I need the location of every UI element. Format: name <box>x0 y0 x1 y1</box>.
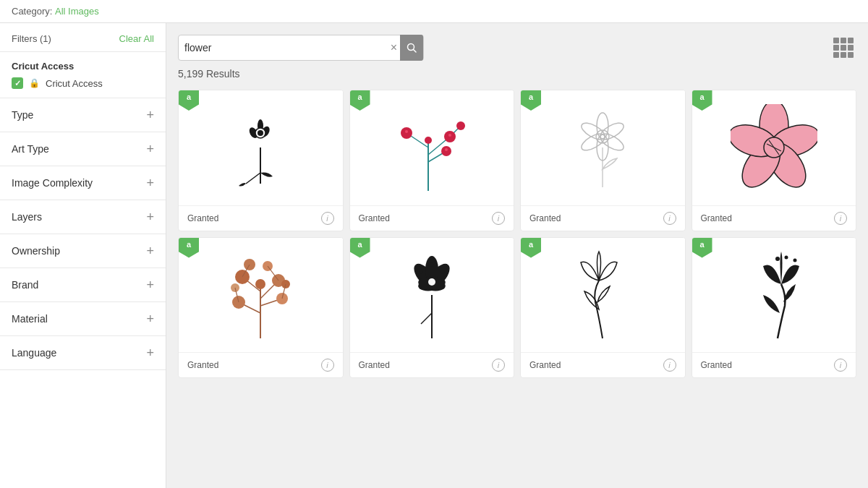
top-bar: Category: All Images <box>0 0 868 23</box>
flower-svg-8 <box>734 244 814 346</box>
svg-point-67 <box>428 278 435 286</box>
svg-line-3 <box>246 173 260 184</box>
info-button[interactable]: i <box>663 359 676 372</box>
image-card[interactable]: a <box>692 90 857 231</box>
svg-point-71 <box>775 257 780 261</box>
filter-material-label: Material <box>12 313 48 325</box>
filters-label: Filters (1) <box>12 33 51 44</box>
svg-line-60 <box>421 313 432 324</box>
license-label: Granted <box>701 213 732 223</box>
info-button[interactable]: i <box>321 359 334 372</box>
filter-image-complexity-label: Image Complexity <box>12 177 93 189</box>
search-input[interactable] <box>184 42 388 53</box>
image-card[interactable]: a <box>349 237 515 379</box>
svg-line-1 <box>414 50 417 53</box>
category-link[interactable]: All Images <box>55 6 99 17</box>
svg-point-73 <box>793 258 796 262</box>
sidebar: Filters (1) Clear All Cricut Access 🔒 Cr… <box>0 23 166 488</box>
filter-language-plus: + <box>146 346 154 359</box>
cricut-access-checkbox[interactable] <box>12 77 23 89</box>
filter-image-complexity[interactable]: Image Complexity + <box>0 166 166 200</box>
filter-type[interactable]: Type + <box>0 98 166 132</box>
filter-brand-label: Brand <box>12 279 38 291</box>
info-button[interactable]: i <box>834 359 847 372</box>
cricut-access-label: Cricut Access <box>46 78 103 89</box>
cricut-access-section: Cricut Access 🔒 Cricut Access <box>0 52 166 98</box>
filter-brand[interactable]: Brand + <box>0 268 166 302</box>
image-card[interactable]: a <box>520 90 686 231</box>
license-label: Granted <box>187 213 218 223</box>
filter-ownership[interactable]: Ownership + <box>0 234 166 268</box>
svg-point-11 <box>258 130 263 136</box>
svg-point-24 <box>445 148 448 151</box>
flower-svg-6 <box>396 244 468 346</box>
svg-point-72 <box>784 255 788 259</box>
svg-point-21 <box>425 137 432 144</box>
svg-point-50 <box>255 279 265 289</box>
filter-ownership-plus: + <box>146 244 154 257</box>
filter-ownership-label: Ownership <box>12 245 60 257</box>
filter-art-type-plus: + <box>146 142 154 155</box>
clear-all-button[interactable]: Clear All <box>119 33 154 44</box>
svg-point-68 <box>419 270 423 274</box>
cricut-access-title: Cricut Access <box>12 61 154 72</box>
image-card[interactable]: a <box>178 90 344 231</box>
filter-language-label: Language <box>12 347 56 359</box>
cricut-access-option[interactable]: 🔒 Cricut Access <box>12 77 154 89</box>
grid-view-button[interactable] <box>830 35 856 61</box>
filter-language[interactable]: Language + <box>0 336 166 370</box>
filter-type-plus: + <box>146 108 154 121</box>
image-card[interactable]: a <box>692 237 857 379</box>
filter-image-complexity-plus: + <box>146 176 154 189</box>
license-label: Granted <box>359 213 390 223</box>
license-label: Granted <box>187 360 218 370</box>
filter-material[interactable]: Material + <box>0 302 166 336</box>
filter-art-type[interactable]: Art Type + <box>0 132 166 166</box>
search-icon <box>407 43 417 53</box>
filter-art-type-label: Art Type <box>12 143 49 155</box>
filter-type-label: Type <box>12 109 33 121</box>
license-label: Granted <box>359 360 390 370</box>
filter-brand-plus: + <box>146 278 154 291</box>
search-clear-button[interactable]: × <box>388 41 400 54</box>
info-button[interactable]: i <box>834 212 847 225</box>
image-card[interactable]: a <box>349 90 515 231</box>
image-grid: a <box>178 90 856 378</box>
lock-icon: 🔒 <box>29 78 40 88</box>
filter-layers-plus: + <box>146 210 154 223</box>
license-label: Granted <box>529 213 561 223</box>
flower-svg-7 <box>563 244 642 346</box>
svg-point-23 <box>405 130 408 133</box>
info-button[interactable]: i <box>492 212 505 225</box>
category-prefix: Category: <box>12 6 52 17</box>
filter-layers[interactable]: Layers + <box>0 200 166 234</box>
flower-svg-5 <box>221 244 300 346</box>
svg-point-69 <box>441 270 445 274</box>
license-label: Granted <box>529 360 561 370</box>
image-card[interactable]: a <box>178 237 344 379</box>
search-box: × <box>178 35 424 61</box>
svg-point-22 <box>448 134 451 137</box>
flower-svg-2 <box>392 97 472 198</box>
results-count: 5,199 Results <box>178 68 856 80</box>
main-content: × 5,199 Results <box>166 23 868 488</box>
search-submit-button[interactable] <box>400 35 423 61</box>
svg-point-70 <box>430 262 434 267</box>
search-bar-row: × <box>178 35 856 61</box>
flower-svg-4 <box>731 104 817 191</box>
info-button[interactable]: i <box>321 212 334 225</box>
filter-layers-label: Layers <box>12 211 42 223</box>
info-button[interactable]: i <box>663 212 676 225</box>
license-label: Granted <box>701 360 732 370</box>
info-button[interactable]: i <box>492 359 505 372</box>
svg-point-20 <box>456 121 465 130</box>
flower-svg-3 <box>566 100 639 194</box>
image-card[interactable]: a <box>520 237 686 379</box>
grid-view-icon <box>833 38 854 58</box>
flower-svg-1 <box>221 100 300 194</box>
filter-material-plus: + <box>146 312 154 325</box>
